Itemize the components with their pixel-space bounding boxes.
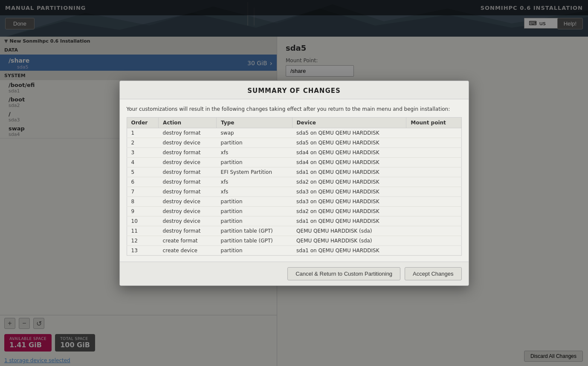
summary-modal: SUMMARY OF CHANGES Your customizations w… xyxy=(119,81,469,286)
cell-mount xyxy=(406,128,461,138)
table-row: 7destroy formatxfssda3 on QEMU QEMU HARD… xyxy=(127,187,461,196)
cell-device: sda1 on QEMU QEMU HARDDISK xyxy=(292,216,406,226)
table-row: 3destroy formatxfssda4 on QEMU QEMU HARD… xyxy=(127,147,461,157)
cell-action: create format xyxy=(159,236,217,245)
cell-action: destroy format xyxy=(159,128,217,138)
cell-device: sda1 on QEMU QEMU HARDDISK xyxy=(292,167,406,177)
cell-order: 13 xyxy=(127,245,159,255)
cell-action: destroy format xyxy=(159,187,217,196)
modal-description: Your customizations will result in the f… xyxy=(127,105,462,113)
cell-type: partition table (GPT) xyxy=(217,236,293,245)
cell-order: 2 xyxy=(127,138,159,147)
cell-device: sda4 on QEMU QEMU HARDDISK xyxy=(292,147,406,157)
cell-type: EFI System Partition xyxy=(217,167,293,177)
modal-body: Your customizations will result in the f… xyxy=(120,99,469,262)
cell-action: destroy format xyxy=(159,226,217,236)
cell-action: destroy device xyxy=(159,216,217,226)
cell-device: sda4 on QEMU QEMU HARDDISK xyxy=(292,157,406,167)
col-mountpoint: Mount point xyxy=(406,117,461,128)
cell-type: partition table (GPT) xyxy=(217,226,293,236)
cell-mount xyxy=(406,177,461,187)
cell-device: sda2 on QEMU QEMU HARDDISK xyxy=(292,177,406,187)
cell-mount xyxy=(406,226,461,236)
cell-order: 8 xyxy=(127,196,159,206)
table-row: 13create devicepartitionsda1 on QEMU QEM… xyxy=(127,245,461,255)
cell-order: 3 xyxy=(127,147,159,157)
modal-footer: Cancel & Return to Custom Partitioning A… xyxy=(120,262,469,285)
table-row: 5destroy formatEFI System Partitionsda1 … xyxy=(127,167,461,177)
col-type: Type xyxy=(217,117,293,128)
cell-action: destroy format xyxy=(159,147,217,157)
cell-type: partition xyxy=(217,245,293,255)
cell-order: 1 xyxy=(127,128,159,138)
cell-type: xfs xyxy=(217,147,293,157)
cell-type: partition xyxy=(217,138,293,147)
cell-action: destroy format xyxy=(159,177,217,187)
col-order: Order xyxy=(127,117,159,128)
cell-mount xyxy=(406,157,461,167)
cell-action: destroy device xyxy=(159,206,217,216)
cell-order: 7 xyxy=(127,187,159,196)
cell-device: sda3 on QEMU QEMU HARDDISK xyxy=(292,187,406,196)
cell-device: sda5 on QEMU QEMU HARDDISK xyxy=(292,128,406,138)
cell-action: destroy device xyxy=(159,138,217,147)
cell-order: 9 xyxy=(127,206,159,216)
col-device: Device xyxy=(292,117,406,128)
cancel-button[interactable]: Cancel & Return to Custom Partitioning xyxy=(287,267,400,280)
cell-type: partition xyxy=(217,206,293,216)
table-row: 11destroy formatpartition table (GPT)QEM… xyxy=(127,226,461,236)
cell-device: QEMU QEMU HARDDISK (sda) xyxy=(292,236,406,245)
cell-type: partition xyxy=(217,216,293,226)
cell-device: sda5 on QEMU QEMU HARDDISK xyxy=(292,138,406,147)
modal-title: SUMMARY OF CHANGES xyxy=(120,81,469,99)
cell-type: xfs xyxy=(217,187,293,196)
cell-mount xyxy=(406,245,461,255)
cell-type: partition xyxy=(217,157,293,167)
cell-mount xyxy=(406,147,461,157)
cell-device: QEMU QEMU HARDDISK (sda) xyxy=(292,226,406,236)
col-action: Action xyxy=(159,117,217,128)
table-row: 9destroy devicepartitionsda2 on QEMU QEM… xyxy=(127,206,461,216)
cell-order: 12 xyxy=(127,236,159,245)
cell-action: create device xyxy=(159,245,217,255)
cell-type: partition xyxy=(217,196,293,206)
cell-action: destroy device xyxy=(159,196,217,206)
accept-changes-button[interactable]: Accept Changes xyxy=(405,267,461,280)
cell-mount xyxy=(406,167,461,177)
cell-order: 6 xyxy=(127,177,159,187)
cell-device: sda3 on QEMU QEMU HARDDISK xyxy=(292,196,406,206)
cell-device: sda2 on QEMU QEMU HARDDISK xyxy=(292,206,406,216)
cell-order: 4 xyxy=(127,157,159,167)
cell-mount xyxy=(406,236,461,245)
cell-type: xfs xyxy=(217,177,293,187)
cell-mount xyxy=(406,138,461,147)
table-row: 1destroy formatswapsda5 on QEMU QEMU HAR… xyxy=(127,128,461,138)
table-row: 6destroy formatxfssda2 on QEMU QEMU HARD… xyxy=(127,177,461,187)
cell-order: 10 xyxy=(127,216,159,226)
cell-action: destroy format xyxy=(159,167,217,177)
modal-overlay: SUMMARY OF CHANGES Your customizations w… xyxy=(0,0,588,366)
cell-mount xyxy=(406,187,461,196)
cell-mount xyxy=(406,196,461,206)
changes-table: Order Action Type Device Mount point 1de… xyxy=(127,117,462,256)
cell-order: 11 xyxy=(127,226,159,236)
table-row: 4destroy devicepartitionsda4 on QEMU QEM… xyxy=(127,157,461,167)
cell-type: swap xyxy=(217,128,293,138)
cell-mount xyxy=(406,216,461,226)
cell-mount xyxy=(406,206,461,216)
cell-order: 5 xyxy=(127,167,159,177)
cell-device: sda1 on QEMU QEMU HARDDISK xyxy=(292,245,406,255)
table-row: 12create formatpartition table (GPT)QEMU… xyxy=(127,236,461,245)
table-row: 10destroy devicepartitionsda1 on QEMU QE… xyxy=(127,216,461,226)
table-row: 8destroy devicepartitionsda3 on QEMU QEM… xyxy=(127,196,461,206)
cell-action: destroy device xyxy=(159,157,217,167)
table-row: 2destroy devicepartitionsda5 on QEMU QEM… xyxy=(127,138,461,147)
